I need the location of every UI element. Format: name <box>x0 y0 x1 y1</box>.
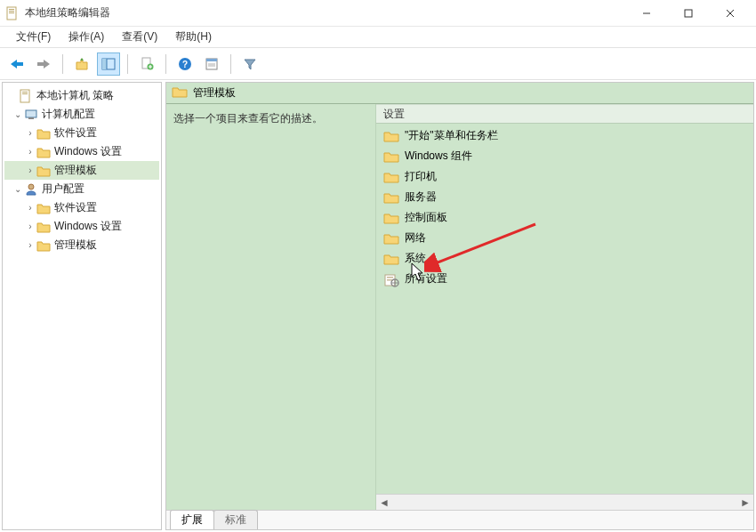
menu-file[interactable]: 文件(F) <box>7 28 60 46</box>
list-item-system[interactable]: 系统 <box>380 248 750 269</box>
expander-expand-icon[interactable]: › <box>24 222 36 231</box>
list-body[interactable]: "开始"菜单和任务栏 Windows 组件 打印机 服务器 <box>376 124 753 494</box>
svg-rect-23 <box>28 117 34 119</box>
right-header: 管理模板 <box>166 83 753 104</box>
menu-help[interactable]: 帮助(H) <box>166 28 221 46</box>
toolbar-separator <box>127 54 128 74</box>
svg-rect-26 <box>387 277 393 278</box>
tree-computer-software[interactable]: › 软件设置 <box>4 124 159 142</box>
scroll-left-icon[interactable]: ◄ <box>376 495 392 511</box>
list-item-label: 服务器 <box>405 189 437 205</box>
window-title: 本地组策略编辑器 <box>25 5 110 20</box>
list-item[interactable]: Windows 组件 <box>380 146 750 166</box>
tree-label: 用户配置 <box>42 181 84 197</box>
tree-computer-windows[interactable]: › Windows 设置 <box>4 142 159 161</box>
tree-label: Windows 设置 <box>54 144 122 159</box>
folder-icon <box>383 191 399 204</box>
expander-expand-icon[interactable]: › <box>24 240 36 250</box>
svg-rect-5 <box>685 10 692 17</box>
close-button[interactable] <box>710 1 751 26</box>
computer-icon <box>24 108 38 122</box>
folder-icon <box>36 145 51 159</box>
right-panel: 管理模板 选择一个项目来查看它的描述。 设置 "开始"菜单和任务栏 Window… <box>165 82 754 530</box>
expander-expand-icon[interactable]: › <box>24 147 36 157</box>
svg-rect-16 <box>206 59 217 61</box>
tree-root[interactable]: 本地计算机 策略 <box>4 86 159 105</box>
expander-collapse-icon[interactable]: ⌄ <box>12 109 24 119</box>
svg-rect-9 <box>102 59 107 69</box>
list-item[interactable]: 控制面板 <box>380 207 750 228</box>
filter-button[interactable] <box>238 52 261 76</box>
toolbar: ? <box>0 48 756 80</box>
titlebar: 本地组策略编辑器 <box>0 0 756 27</box>
forward-button[interactable] <box>32 52 55 76</box>
up-button[interactable] <box>70 52 93 76</box>
tree-label: 本地计算机 策略 <box>36 88 114 103</box>
tree-panel[interactable]: 本地计算机 策略 ⌄ 计算机配置 › 软件设置 › Windows 设置 › <box>2 82 162 530</box>
tab-standard[interactable]: 标准 <box>213 510 258 529</box>
expander-expand-icon[interactable]: › <box>24 165 36 175</box>
list-item-label: 网络 <box>405 230 426 246</box>
folder-icon <box>383 232 399 245</box>
toolbar-separator <box>230 54 231 74</box>
tree-user-config[interactable]: ⌄ 用户配置 <box>4 180 159 198</box>
list-column: 设置 "开始"菜单和任务栏 Windows 组件 打印机 <box>375 104 753 510</box>
menu-action[interactable]: 操作(A) <box>60 28 113 46</box>
list-header-label: 设置 <box>383 107 405 122</box>
svg-point-24 <box>28 184 34 189</box>
list-item-label: "开始"菜单和任务栏 <box>405 128 498 143</box>
maximize-button[interactable] <box>668 1 709 26</box>
svg-rect-21 <box>22 93 28 94</box>
content-area: 本地计算机 策略 ⌄ 计算机配置 › 软件设置 › Windows 设置 › <box>0 80 756 532</box>
menu-view[interactable]: 查看(V) <box>113 28 166 46</box>
scroll-right-icon[interactable]: ► <box>737 495 753 511</box>
expander-expand-icon[interactable]: › <box>24 203 36 213</box>
svg-rect-3 <box>9 12 14 13</box>
toolbar-separator <box>62 54 63 74</box>
expander-collapse-icon[interactable]: ⌄ <box>12 184 24 194</box>
svg-rect-22 <box>26 110 36 117</box>
tree-label: 软件设置 <box>54 125 97 141</box>
tree-user-software[interactable]: › 软件设置 <box>4 198 159 217</box>
header-title: 管理模板 <box>193 85 236 101</box>
folder-icon <box>383 130 399 142</box>
list-item-label: Windows 组件 <box>405 149 472 164</box>
tree-label: 管理模板 <box>54 238 97 253</box>
right-body: 选择一个项目来查看它的描述。 设置 "开始"菜单和任务栏 Windows 组件 <box>166 104 753 510</box>
tab-extended[interactable]: 扩展 <box>170 510 214 529</box>
tree-label: Windows 设置 <box>54 219 122 234</box>
export-button[interactable] <box>135 52 158 76</box>
window-controls <box>626 1 751 26</box>
folder-icon <box>36 220 51 234</box>
tree-label: 管理模板 <box>54 163 97 178</box>
list-item[interactable]: 网络 <box>380 228 750 248</box>
back-button[interactable] <box>5 52 28 76</box>
tree-label: 计算机配置 <box>42 107 95 122</box>
folder-icon <box>383 253 399 265</box>
svg-rect-1 <box>9 9 14 10</box>
list-header[interactable]: 设置 <box>376 104 753 124</box>
folder-icon <box>383 212 399 224</box>
show-hide-tree-button[interactable] <box>97 52 120 76</box>
tree-user-windows[interactable]: › Windows 设置 <box>4 217 159 236</box>
folder-icon <box>383 171 399 183</box>
tree-computer-admin-templates[interactable]: › 管理模板 <box>4 161 159 180</box>
folder-icon <box>383 150 399 163</box>
toolbar-separator <box>165 54 166 74</box>
help-button[interactable]: ? <box>173 52 197 76</box>
settings-icon <box>383 273 399 286</box>
expander-expand-icon[interactable]: › <box>24 128 36 138</box>
list-item[interactable]: 服务器 <box>380 187 750 207</box>
policy-icon <box>19 89 33 103</box>
list-item[interactable]: 打印机 <box>380 166 750 187</box>
tree-user-admin-templates[interactable]: › 管理模板 <box>4 236 159 254</box>
list-item-all-settings[interactable]: 所有设置 <box>380 269 750 289</box>
properties-button[interactable] <box>200 52 223 76</box>
folder-icon <box>36 164 51 178</box>
folder-icon <box>36 238 51 253</box>
folder-icon <box>172 85 188 101</box>
tree-computer-config[interactable]: ⌄ 计算机配置 <box>4 105 159 124</box>
minimize-button[interactable] <box>626 1 667 26</box>
horizontal-scrollbar[interactable]: ◄ ► <box>376 494 753 510</box>
list-item[interactable]: "开始"菜单和任务栏 <box>380 125 750 146</box>
